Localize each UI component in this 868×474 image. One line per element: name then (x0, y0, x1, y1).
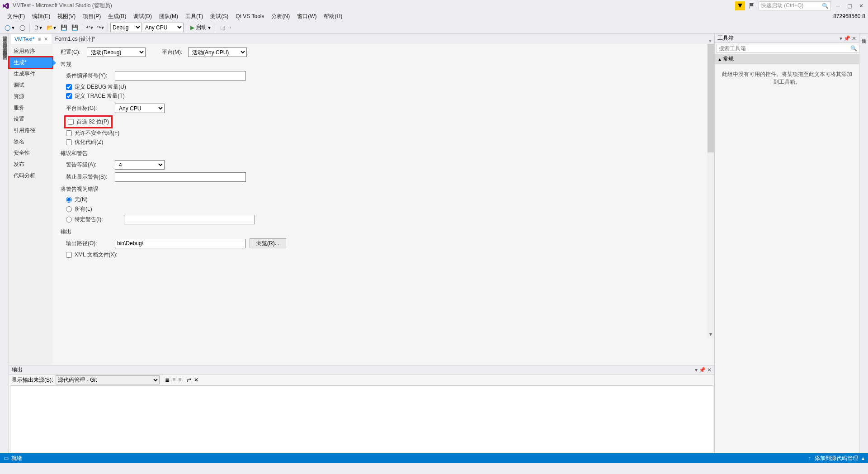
show-from-label: 显示输出来源(S): (12, 376, 53, 384)
panel-dropdown-icon[interactable]: ▾ (695, 367, 698, 373)
rail-properties[interactable]: 属性 (859, 34, 868, 38)
start-debug-button[interactable]: ▶启动▾ (189, 23, 212, 33)
open-button[interactable]: 📂▾ (45, 23, 58, 33)
radio-none[interactable]: 无(N) (66, 196, 706, 204)
debug-const-check[interactable]: 定义 DEBUG 常量(U) (66, 83, 706, 91)
platform-select[interactable]: Any CPU (143, 23, 184, 32)
rail-datasource[interactable]: 数据源 (0, 38, 9, 42)
extension-button[interactable]: ⬚ (217, 23, 227, 33)
nav-forward-button[interactable]: ◯ (17, 23, 27, 33)
pp-signing[interactable]: 签名 (9, 136, 52, 147)
pp-refpaths[interactable]: 引用路径 (9, 125, 52, 136)
menu-help[interactable]: 帮助(H) (320, 12, 346, 21)
toolbox-group-header[interactable]: ▴ 常规 (715, 54, 859, 64)
xml-doc-check[interactable]: XML 文档文件(X): (66, 251, 706, 259)
redo-button[interactable]: ↷▾ (95, 23, 105, 33)
radio-specific[interactable]: 特定警告(I): (66, 215, 706, 224)
menu-edit[interactable]: 编辑(E) (28, 12, 54, 21)
pp-publish[interactable]: 发布 (9, 159, 52, 170)
menu-file[interactable]: 文件(F) (4, 12, 28, 21)
rail-options[interactable]: 选项管理 (0, 42, 9, 46)
search-icon[interactable]: 🔍 (850, 45, 857, 52)
window-title: VMTest - Microsoft Visual Studio (管理员) (13, 2, 112, 9)
output-clear-icon[interactable]: ≣ (165, 377, 170, 383)
toolbox-close-icon[interactable]: ✕ (852, 35, 856, 42)
status-upload-icon[interactable]: ↑ (808, 455, 811, 461)
group-general: 常规 (61, 61, 706, 68)
menu-build[interactable]: 生成(B) (104, 12, 130, 21)
pp-build-events[interactable]: 生成事件 (9, 68, 52, 80)
status-window-icon[interactable]: ▭ (4, 455, 9, 461)
output-wrap-icon[interactable]: ⇄ (187, 377, 191, 383)
cond-symbol-input[interactable] (115, 71, 246, 81)
cond-symbol-label: 条件编译符号(Y): (66, 72, 111, 80)
radio-all[interactable]: 所有(L) (66, 205, 706, 213)
pp-security[interactable]: 安全性 (9, 147, 52, 159)
user-id[interactable]: 872968560 (833, 13, 860, 19)
output-body[interactable] (10, 385, 713, 452)
output-toggle1-icon[interactable]: ≡ (172, 377, 175, 383)
pp-services[interactable]: 服务 (9, 102, 52, 114)
menu-team[interactable]: 团队(M) (156, 12, 182, 21)
optimize-check[interactable]: 优化代码(Z) (66, 138, 706, 146)
quick-launch-search[interactable]: 快速启动 (Ctrl+Q) 🔍 (759, 1, 831, 10)
unsafe-check[interactable]: 允许不安全代码(F) (66, 129, 706, 137)
menu-project[interactable]: 项目(P) (79, 12, 104, 21)
feedback-flag-icon[interactable] (747, 1, 757, 10)
notification-badge-icon[interactable] (735, 1, 745, 10)
user-avatar[interactable]: 8 (862, 13, 865, 19)
rail-solution[interactable]: 解决方案 (0, 46, 9, 50)
pp-application[interactable]: 应用程序 (9, 46, 52, 57)
status-add-src[interactable]: 添加到源代码管理 (815, 455, 858, 462)
platform-target-select[interactable]: Any CPU (115, 104, 165, 113)
panel-pin-icon[interactable]: 📌 (699, 367, 706, 373)
toolbox-pin-icon[interactable]: 📌 (844, 35, 850, 42)
pp-debug[interactable]: 调试 (9, 80, 52, 91)
menu-analyze[interactable]: 分析(N) (268, 12, 293, 21)
scroll-down-icon[interactable]: ▾ (707, 331, 714, 338)
close-tab-icon[interactable]: ✕ (44, 36, 48, 42)
panel-close-icon[interactable]: ✕ (707, 367, 712, 373)
pp-settings[interactable]: 设置 (9, 114, 52, 125)
save-all-button[interactable]: 💾 (70, 23, 80, 33)
undo-button[interactable]: ↶▾ (85, 23, 94, 33)
suppress-input[interactable] (115, 172, 246, 182)
toolbox-dropdown-icon[interactable]: ▾ (840, 35, 842, 42)
maximize-button[interactable]: ▢ (844, 1, 854, 10)
pp-resources[interactable]: 资源 (9, 91, 52, 102)
minimize-button[interactable]: ─ (833, 1, 843, 10)
pp-analysis[interactable]: 代码分析 (9, 170, 52, 181)
close-button[interactable]: ✕ (856, 1, 866, 10)
scrollbar-thumb[interactable] (708, 44, 714, 152)
specific-warn-input[interactable] (124, 215, 255, 224)
menu-tools[interactable]: 工具(T) (182, 12, 207, 21)
output-source-select[interactable]: 源代码管理 - Git (56, 375, 160, 384)
tab-overflow[interactable]: ▾ (709, 38, 712, 44)
tab-form1[interactable]: Form1.cs [设计]* (52, 34, 99, 44)
trace-const-check[interactable]: 定义 TRACE 常量(T) (66, 92, 706, 100)
scrollbar[interactable]: ▾ (707, 44, 714, 338)
platform-dropdown[interactable]: 活动(Any CPU) (188, 47, 247, 57)
menu-debug[interactable]: 调试(D) (130, 12, 156, 21)
rail-server[interactable]: 服务器资源 (0, 34, 9, 38)
config-select[interactable]: Debug (110, 23, 142, 32)
menu-view[interactable]: 视图(V) (54, 12, 79, 21)
rail-team[interactable]: 团队资源管理器 (0, 50, 9, 54)
menu-window[interactable]: 窗口(W) (293, 12, 320, 21)
tab-vmtest[interactable]: VMTest* ⊕ ✕ (11, 34, 52, 44)
prefer-32bit-check[interactable]: 首选 32 位(P) (66, 117, 111, 127)
menu-qt[interactable]: Qt VS Tools (232, 12, 268, 20)
browse-button[interactable]: 浏览(R)... (250, 238, 286, 248)
save-button[interactable]: 💾 (59, 23, 69, 33)
menu-test[interactable]: 测试(S) (207, 12, 232, 21)
pp-build[interactable]: 生成* (9, 57, 52, 68)
config-dropdown[interactable]: 活动(Debug) (87, 47, 146, 57)
new-project-button[interactable]: 🗋▾ (32, 23, 44, 33)
toolbox-search-input[interactable] (717, 44, 859, 53)
warn-level-select[interactable]: 4 (115, 160, 165, 170)
out-path-input[interactable] (115, 239, 246, 248)
nav-back-button[interactable]: ◯▾ (3, 23, 16, 33)
output-clear2-icon[interactable]: ✕ (194, 377, 198, 383)
pin-icon[interactable]: ⊕ (38, 37, 41, 42)
output-toggle2-icon[interactable]: ≡ (178, 377, 181, 383)
